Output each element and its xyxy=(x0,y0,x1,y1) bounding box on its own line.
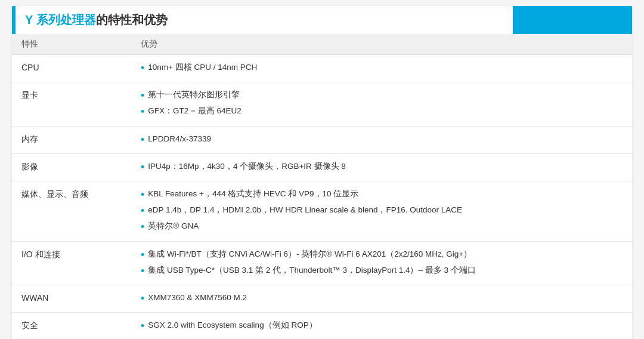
bullet-item: •GFX：GT2 = 最高 64EU2 xyxy=(141,104,623,119)
bullet-dot: • xyxy=(141,220,144,235)
title-area: Y 系列处理器 的特性和优势 xyxy=(16,6,177,34)
main-card: Y 系列处理器 的特性和优势 特性 优势 CPU•10nm+ 四核 CPU / … xyxy=(12,6,632,339)
col-feature-header: 特性 xyxy=(12,34,131,55)
table-row: 影像•IPU4p：16Mp，4k30，4 个摄像头，RGB+IR 摄像头 8 xyxy=(12,153,632,181)
bullet-text: IPU4p：16Mp，4k30，4 个摄像头，RGB+IR 摄像头 8 xyxy=(148,160,345,173)
card-header: Y 系列处理器 的特性和优势 xyxy=(12,6,632,34)
table-row: CPU•10nm+ 四核 CPU / 14nm PCH xyxy=(12,55,632,82)
bullet-text: 10nm+ 四核 CPU / 14nm PCH xyxy=(148,61,257,74)
bullet-dot: • xyxy=(141,248,144,263)
bullet-dot: • xyxy=(141,319,144,334)
bullet-text: 集成 USB Type-C*（USB 3.1 第 2 代，Thunderbolt… xyxy=(148,264,475,277)
bullet-text: 英特尔® GNA xyxy=(148,220,199,233)
bullet-text: GFX：GT2 = 最高 64EU2 xyxy=(148,104,241,118)
title-highlight: Y 系列处理器 xyxy=(25,12,96,28)
bullet-dot: • xyxy=(141,61,144,76)
tab-bar xyxy=(513,6,632,34)
bullet-text: 第十一代英特尔图形引擎 xyxy=(148,88,240,101)
bullet-text: eDP 1.4b，DP 1.4，HDMI 2.0b，HW HDR Linear … xyxy=(148,204,462,217)
table-header-row: 特性 优势 xyxy=(12,34,632,55)
bullet-item: •英特尔® GNA xyxy=(141,220,623,235)
bullet-item: •SGX 2.0 with Ecosystem scaling（例如 ROP） xyxy=(141,319,623,334)
table-row: 安全•SGX 2.0 with Ecosystem scaling（例如 ROP… xyxy=(12,313,632,339)
advantage-cell: •LPDDR4/x-37339 xyxy=(131,126,632,153)
col-advantage-header: 优势 xyxy=(131,34,632,55)
feature-cell: 显卡 xyxy=(12,82,131,126)
feature-cell: WWAN xyxy=(12,285,131,312)
feature-cell: 内存 xyxy=(12,126,131,153)
bullet-text: XMM7360 & XMM7560 M.2 xyxy=(148,291,247,304)
advantage-cell: •KBL Features +，444 格式支持 HEVC 和 VP9，10 位… xyxy=(131,181,632,241)
feature-cell: CPU xyxy=(12,55,131,82)
features-table: 特性 优势 CPU•10nm+ 四核 CPU / 14nm PCH显卡•第十一代… xyxy=(12,34,632,339)
bullet-item: •LPDDR4/x-37339 xyxy=(141,132,623,147)
bullet-dot: • xyxy=(141,104,144,119)
advantage-cell: •IPU4p：16Mp，4k30，4 个摄像头，RGB+IR 摄像头 8 xyxy=(131,153,632,181)
table-row: I/O 和连接•集成 Wi-Fi*/BT（支持 CNVi AC/Wi-Fi 6）… xyxy=(12,241,632,285)
table-row: 内存•LPDDR4/x-37339 xyxy=(12,126,632,153)
bullet-item: •集成 USB Type-C*（USB 3.1 第 2 代，Thunderbol… xyxy=(141,264,623,279)
bullet-item: •第十一代英特尔图形引擎 xyxy=(141,88,623,103)
bullet-dot: • xyxy=(141,160,144,175)
advantage-cell: •第十一代英特尔图形引擎•GFX：GT2 = 最高 64EU2 xyxy=(131,82,632,126)
table-row: WWAN•XMM7360 & XMM7560 M.2 xyxy=(12,285,632,312)
feature-cell: 影像 xyxy=(12,153,131,181)
feature-cell: 媒体、显示、音频 xyxy=(12,181,131,241)
bullet-dot: • xyxy=(141,187,144,202)
bullet-item: •IPU4p：16Mp，4k30，4 个摄像头，RGB+IR 摄像头 8 xyxy=(141,160,623,175)
table-row: 显卡•第十一代英特尔图形引擎•GFX：GT2 = 最高 64EU2 xyxy=(12,82,632,126)
bullet-dot: • xyxy=(141,291,144,306)
bullet-item: •集成 Wi-Fi*/BT（支持 CNVi AC/Wi-Fi 6）- 英特尔® … xyxy=(141,248,623,263)
bullet-dot: • xyxy=(141,264,144,279)
bullet-text: SGX 2.0 with Ecosystem scaling（例如 ROP） xyxy=(148,319,317,332)
feature-cell: 安全 xyxy=(12,313,131,339)
bullet-item: •eDP 1.4b，DP 1.4，HDMI 2.0b，HW HDR Linear… xyxy=(141,204,623,218)
feature-cell: I/O 和连接 xyxy=(12,241,131,285)
bullet-item: •KBL Features +，444 格式支持 HEVC 和 VP9，10 位… xyxy=(141,187,623,202)
table-row: 媒体、显示、音频•KBL Features +，444 格式支持 HEVC 和 … xyxy=(12,181,632,241)
bullet-text: LPDDR4/x-37339 xyxy=(148,132,211,146)
bullet-dot: • xyxy=(141,88,144,103)
advantage-cell: •集成 Wi-Fi*/BT（支持 CNVi AC/Wi-Fi 6）- 英特尔® … xyxy=(131,241,632,285)
bullet-dot: • xyxy=(141,132,144,147)
bullet-text: 集成 Wi-Fi*/BT（支持 CNVi AC/Wi-Fi 6）- 英特尔® W… xyxy=(148,248,472,261)
advantage-cell: •SGX 2.0 with Ecosystem scaling（例如 ROP） xyxy=(131,313,632,339)
advantage-cell: •10nm+ 四核 CPU / 14nm PCH xyxy=(131,55,632,82)
bullet-dot: • xyxy=(141,204,144,218)
bullet-item: •XMM7360 & XMM7560 M.2 xyxy=(141,291,623,306)
advantage-cell: •XMM7360 & XMM7560 M.2 xyxy=(131,285,632,312)
bullet-text: KBL Features +，444 格式支持 HEVC 和 VP9，10 位显… xyxy=(148,187,358,201)
title-normal: 的特性和优势 xyxy=(96,12,168,28)
bullet-item: •10nm+ 四核 CPU / 14nm PCH xyxy=(141,61,623,76)
